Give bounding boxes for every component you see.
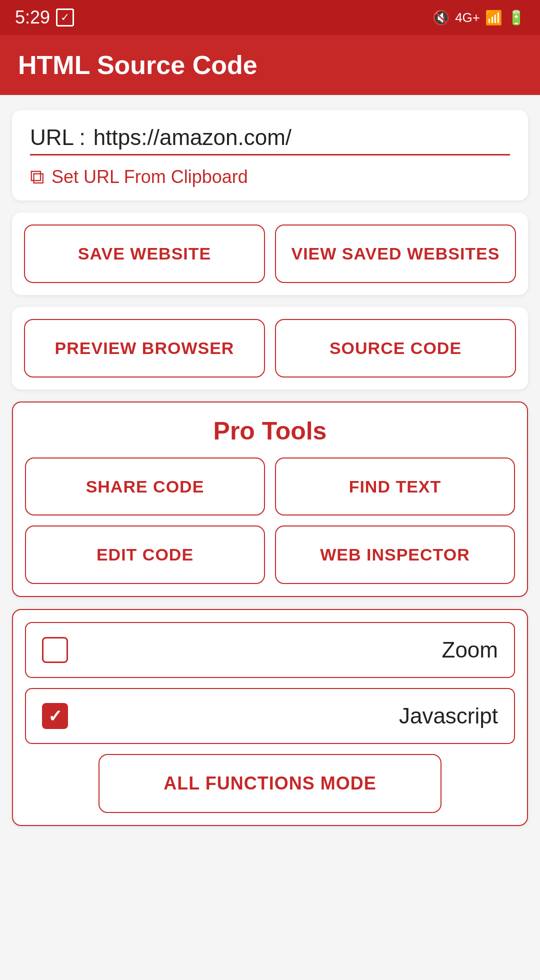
pro-tools-card: Pro Tools SHARE CODE FIND TEXT EDIT CODE… <box>12 402 528 598</box>
javascript-label: Javascript <box>399 704 498 728</box>
save-website-button[interactable]: SAVE WEBSITE <box>24 224 265 283</box>
app-bar: HTML Source Code <box>0 35 540 95</box>
main-content: URL : ⧉ Set URL From Clipboard SAVE WEBS… <box>0 95 540 841</box>
pro-tools-grid: SHARE CODE FIND TEXT EDIT CODE WEB INSPE… <box>25 458 515 584</box>
url-label: URL : <box>30 125 86 150</box>
javascript-checkbox-row[interactable]: Javascript <box>25 688 515 744</box>
url-input-container: URL : <box>30 125 510 156</box>
status-bar: 5:29 ✓ 🔇 4G+ 📶 🔋 <box>0 0 540 35</box>
source-code-button[interactable]: SOURCE CODE <box>275 319 516 378</box>
clipboard-icon: ⧉ <box>30 166 44 188</box>
pro-tools-title: Pro Tools <box>25 416 515 446</box>
url-card: URL : ⧉ Set URL From Clipboard <box>12 110 528 200</box>
mute-icon: 🔇 <box>432 10 450 26</box>
notification-check-icon: ✓ <box>56 8 74 26</box>
all-functions-button[interactable]: ALL FUNCTIONS MODE <box>98 754 442 813</box>
settings-card: Zoom Javascript ALL FUNCTIONS MODE <box>12 609 528 826</box>
save-view-card: SAVE WEBSITE VIEW SAVED WEBSITES <box>12 212 528 295</box>
app-title: HTML Source Code <box>18 50 258 80</box>
clipboard-text: Set URL From Clipboard <box>52 166 248 188</box>
zoom-label: Zoom <box>442 638 498 662</box>
find-text-button[interactable]: FIND TEXT <box>275 458 515 516</box>
clipboard-row[interactable]: ⧉ Set URL From Clipboard <box>30 166 510 188</box>
url-input[interactable] <box>94 125 510 150</box>
signal-icon: 📶 <box>485 10 502 26</box>
network-icon: 4G+ <box>455 10 480 26</box>
preview-browser-button[interactable]: PREVIEW BROWSER <box>24 319 265 378</box>
status-icons: 🔇 4G+ 📶 🔋 <box>432 10 525 26</box>
zoom-checkbox-row[interactable]: Zoom <box>25 622 515 678</box>
view-saved-websites-button[interactable]: VIEW SAVED WEBSITES <box>275 224 516 283</box>
edit-code-button[interactable]: EDIT CODE <box>25 526 265 584</box>
zoom-checkbox[interactable] <box>42 637 68 663</box>
battery-icon: 🔋 <box>508 10 525 26</box>
preview-source-card: PREVIEW BROWSER SOURCE CODE <box>12 307 528 390</box>
time-label: 5:29 <box>15 7 50 28</box>
web-inspector-button[interactable]: WEB INSPECTOR <box>275 526 515 584</box>
status-time: 5:29 ✓ <box>15 7 74 28</box>
javascript-checkbox[interactable] <box>42 703 68 729</box>
share-code-button[interactable]: SHARE CODE <box>25 458 265 516</box>
